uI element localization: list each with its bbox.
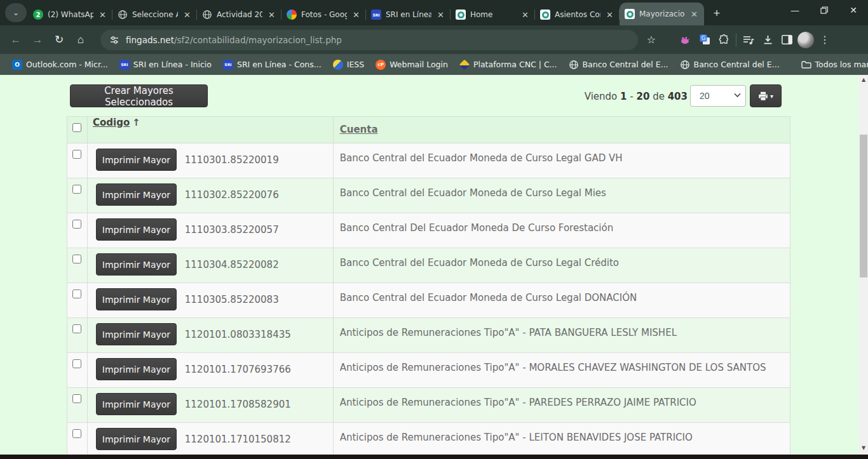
bookmark-star-icon[interactable]: ☆	[642, 30, 661, 50]
whatsapp-favicon: 2	[33, 10, 43, 20]
back-icon[interactable]: ←	[5, 29, 27, 51]
table-row: Imprimir Mayor 1110301.85220019 Banco Ce…	[67, 143, 790, 178]
google-photos-favicon	[287, 10, 297, 20]
bookmark-sri-inicio[interactable]: SRI SRI en Línea - Inicio	[114, 57, 217, 72]
site-info-icon[interactable]	[109, 35, 119, 45]
outlook-icon: O	[12, 60, 22, 70]
scroll-up-icon[interactable]: ▲	[859, 75, 868, 85]
bookmark-cnc[interactable]: Plataforma CNC | C...	[454, 57, 563, 72]
address-bar[interactable]: fingads.net/sf2/contabilidad/mayorizacio…	[100, 30, 638, 50]
side-panel-icon[interactable]	[777, 30, 796, 50]
bookmark-label: IESS	[347, 60, 364, 69]
new-tab-button[interactable]: +	[708, 4, 726, 22]
header-codigo[interactable]: Codigo↑	[87, 117, 333, 143]
url-text[interactable]: fingads.net/sf2/contabilidad/mayorizacio…	[126, 35, 342, 45]
bookmark-banco-central-1[interactable]: Banco Central del E...	[563, 57, 674, 72]
browser-toolbar: ← → ↻ ⌂ fingads.net/sf2/contabilidad/may…	[0, 25, 868, 54]
bookmark-outlook[interactable]: O Outlook.com - Micr...	[6, 57, 114, 72]
row-checkbox[interactable]	[72, 150, 81, 159]
imprimir-mayor-button[interactable]: Imprimir Mayor	[96, 288, 177, 310]
tab-asientos[interactable]: Asientos Con ✕	[535, 4, 620, 25]
reload-icon[interactable]: ↻	[48, 29, 70, 51]
globe-icon	[569, 60, 579, 70]
table-row: Imprimir Mayor 1110302.85220076 Banco Ce…	[67, 178, 790, 213]
row-checkbox[interactable]	[72, 255, 81, 263]
crear-mayores-button[interactable]: Crear Mayores Seleccionados	[70, 84, 208, 107]
print-menu-button[interactable]: ▾	[750, 84, 782, 107]
imprimir-mayor-button[interactable]: Imprimir Mayor	[96, 358, 177, 380]
bookmark-label: Banco Central del E...	[583, 60, 668, 69]
tab-home[interactable]: Home ✕	[451, 4, 535, 25]
close-window-button[interactable]: ✕	[839, 0, 868, 20]
scrollbar-thumb[interactable]	[860, 135, 867, 277]
bookmark-banco-central-2[interactable]: Banco Central del E...	[674, 57, 785, 72]
imprimir-mayor-button[interactable]: Imprimir Mayor	[96, 393, 177, 415]
tab-fotos[interactable]: Fotos - Goog ✕	[281, 4, 366, 25]
profile-avatar[interactable]	[796, 30, 815, 50]
cuenta-value: Banco Central del Ecuador Moneda de Curs…	[333, 178, 790, 213]
bookmark-sri-consultas[interactable]: SRI SRI en Línea - Cons...	[217, 57, 327, 72]
cuenta-value: Banco Central Del Ecuador Moneda De Curs…	[333, 213, 790, 248]
translate-icon[interactable]: G	[695, 30, 714, 50]
sort-ascending-icon: ↑	[132, 117, 140, 128]
home-icon[interactable]: ⌂	[70, 29, 92, 51]
tab-title: SRI en Línea	[386, 10, 431, 19]
media-playlist-icon[interactable]	[739, 30, 758, 50]
row-checkbox[interactable]	[72, 324, 81, 333]
tab-close-icon[interactable]: ✕	[351, 10, 361, 20]
bottom-edge-strip	[0, 455, 868, 459]
imprimir-mayor-button[interactable]: Imprimir Mayor	[96, 183, 177, 206]
codigo-value: 1110303.85220057	[185, 224, 279, 236]
extensions-puzzle-icon[interactable]	[714, 30, 733, 50]
row-checkbox[interactable]	[72, 185, 81, 194]
codigo-value: 1120101.1710150812	[185, 434, 291, 445]
table-row: Imprimir Mayor 1120101.1707693766 Antici…	[67, 353, 790, 388]
tab-search-button[interactable]: ⌄	[5, 3, 27, 22]
browser-menu-icon[interactable]: ⋮	[815, 30, 834, 50]
downloads-icon[interactable]	[758, 30, 777, 50]
imprimir-mayor-button[interactable]: Imprimir Mayor	[96, 428, 177, 450]
tab-close-icon[interactable]: ✕	[520, 10, 530, 20]
fingads-favicon	[540, 10, 550, 20]
row-checkbox[interactable]	[72, 289, 81, 298]
select-all-checkbox[interactable]	[72, 123, 81, 132]
tab-close-icon[interactable]: ✕	[182, 10, 192, 20]
minimize-button[interactable]: —	[780, 0, 810, 20]
tab-close-icon[interactable]: ✕	[267, 10, 276, 20]
row-checkbox[interactable]	[72, 359, 81, 368]
tab-sri[interactable]: SRI SRI en Línea ✕	[366, 4, 451, 25]
bookmark-iess[interactable]: IESS	[327, 57, 370, 72]
tab-title: Asientos Con	[555, 10, 600, 19]
caret-down-icon: ▾	[770, 93, 773, 100]
tab-close-icon[interactable]: ✕	[689, 10, 699, 19]
page-scrollbar[interactable]: ▲ ▼	[859, 75, 868, 455]
extension-pink-icon[interactable]	[676, 30, 695, 50]
forward-icon[interactable]: →	[27, 29, 48, 51]
scroll-down-icon[interactable]: ▼	[859, 443, 868, 453]
imprimir-mayor-button[interactable]: Imprimir Mayor	[96, 149, 177, 171]
tab-actividad[interactable]: Actividad 20 ✕	[197, 4, 281, 25]
tab-close-icon[interactable]: ✕	[436, 10, 445, 20]
bookmarks-bar: O Outlook.com - Micr... SRI SRI en Línea…	[0, 54, 868, 75]
codigo-value: 1120101.0803318435	[185, 329, 291, 340]
tab-title: Seleccione A	[132, 10, 178, 19]
header-cuenta[interactable]: Cuenta	[333, 117, 790, 143]
tab-mayorizacion-active[interactable]: Mayorizacion ✕	[620, 3, 704, 25]
tab-close-icon[interactable]: ✕	[605, 10, 614, 20]
cpanel-icon: cP	[376, 60, 386, 70]
tab-seleccione[interactable]: Seleccione A ✕	[112, 4, 197, 25]
imprimir-mayor-button[interactable]: Imprimir Mayor	[96, 253, 177, 276]
row-checkbox[interactable]	[72, 220, 81, 229]
bookmark-all-bookmarks[interactable]: Todos los marcadores	[796, 57, 868, 72]
bookmark-webmail[interactable]: cP Webmail Login	[370, 57, 454, 72]
page-size-select[interactable]: 20	[690, 85, 746, 107]
row-checkbox[interactable]	[72, 394, 81, 403]
row-checkbox[interactable]	[72, 429, 81, 438]
tab-title: Home	[470, 10, 516, 19]
tab-whatsapp[interactable]: 2 (2) WhatsApp ✕	[28, 4, 112, 25]
tab-close-icon[interactable]: ✕	[98, 10, 107, 20]
imprimir-mayor-button[interactable]: Imprimir Mayor	[96, 218, 177, 241]
restore-button[interactable]	[810, 0, 839, 20]
table-row: Imprimir Mayor 1120101.1708582901 Antici…	[67, 388, 790, 423]
imprimir-mayor-button[interactable]: Imprimir Mayor	[96, 323, 177, 345]
